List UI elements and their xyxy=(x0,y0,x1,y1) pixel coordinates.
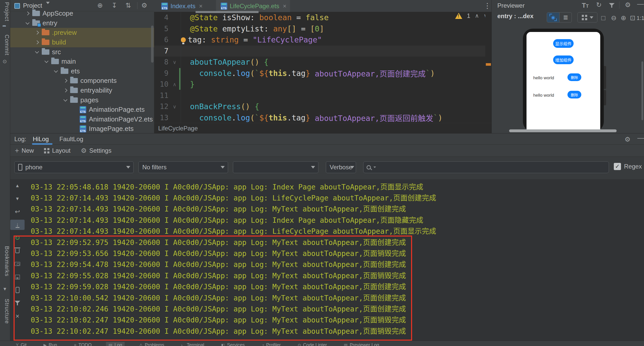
chevron-expanded-icon[interactable] xyxy=(33,48,41,56)
close-icon[interactable]: × xyxy=(10,311,25,321)
status-item-previewer-log[interactable]: ▥Previewer Log xyxy=(341,342,382,346)
log-line[interactable]: 03-13 22:10:00.542 19420-20600 I A0c0d0/… xyxy=(31,292,642,303)
prev-warning-icon[interactable]: ∧ xyxy=(475,13,479,19)
status-item-services[interactable]: ◧Services xyxy=(219,342,247,346)
log-line[interactable]: 03-13 22:09:55.028 19420-20600 I A0c0d0/… xyxy=(31,270,642,281)
log-line[interactable]: 03-13 22:09:59.028 19420-20600 I A0c0d0/… xyxy=(31,281,642,292)
fold-marker-icon[interactable]: ∧ xyxy=(168,81,181,87)
chevron-expanded-icon[interactable] xyxy=(24,19,31,27)
search-options-icon[interactable] xyxy=(373,166,376,168)
status-item-problems[interactable]: ⚠Problems xyxy=(136,342,167,346)
component-grid-button[interactable] xyxy=(577,12,597,23)
editor-tab-index-ets[interactable]: ETSIndex.ets× xyxy=(157,0,206,12)
zoom-out-icon[interactable]: ⊖ xyxy=(611,14,617,22)
tree-item-animationpage-ets[interactable]: ETSAnimationPage.ets xyxy=(10,105,154,115)
log-line[interactable]: 03-13 22:09:52.975 19420-20600 I A0c0d0/… xyxy=(31,236,642,247)
log-line[interactable]: 03-13 22:10:02.247 19420-20600 I A0c0d0/… xyxy=(31,325,642,336)
chevron-collapsed-icon[interactable] xyxy=(33,29,41,37)
code-line-8[interactable]: 8∨ aboutToAppear() { xyxy=(154,57,485,68)
phone-preview-screen[interactable]: 显示组件增加组件hello world删除hello world删除 xyxy=(527,32,600,131)
code-line-6[interactable]: 6tag: string = "LifeCyclePage" xyxy=(154,34,485,46)
log-line[interactable]: 03-13 22:10:02.247 19420-20600 I A0c0d0/… xyxy=(31,314,642,325)
code-line-7[interactable]: 7 xyxy=(154,46,485,57)
tree-item-build[interactable]: build xyxy=(10,38,154,47)
log-line[interactable]: 03-13 22:05:48.618 19420-20600 I A0c0d0/… xyxy=(31,181,642,192)
tree-item-components[interactable]: components xyxy=(10,76,154,86)
project-panel-title[interactable]: Project xyxy=(23,2,42,9)
scroll-to-end-icon[interactable]: ↓ xyxy=(10,220,25,230)
editor-tab-lifecyclepage-ets[interactable]: ETSLifeCyclePage.ets× xyxy=(216,0,290,12)
status-item-profiler[interactable]: ◔Profiler xyxy=(259,342,283,346)
tree-item-ets[interactable]: ets xyxy=(10,66,154,76)
log-output[interactable]: 03-13 22:05:48.618 19420-20600 I A0c0d0/… xyxy=(31,181,642,336)
tree-item-pages[interactable]: pages xyxy=(10,95,154,105)
code-line-11[interactable]: 11 xyxy=(154,90,485,101)
screenshot-icon[interactable] xyxy=(10,259,25,269)
filter-funnel-icon[interactable] xyxy=(609,2,615,10)
tree-item-imagepage-ets[interactable]: ETSImagePage.ets xyxy=(10,124,154,133)
chevron-expanded-icon[interactable] xyxy=(61,96,69,104)
preview-button-0[interactable]: 显示组件 xyxy=(553,39,574,48)
preview-delete-button[interactable]: 删除 xyxy=(567,73,581,81)
status-item-todo[interactable]: ≡TODO xyxy=(71,342,94,346)
log-line[interactable]: 03-13 22:07:14.493 19420-20600 I A0c0d0/… xyxy=(31,225,642,236)
hide-panel-icon[interactable]: — xyxy=(637,134,644,142)
gear-icon[interactable]: ⚙ xyxy=(625,1,631,9)
previewer-target-label[interactable]: entry : ...dex xyxy=(497,13,533,20)
new-log-button[interactable]: +New xyxy=(15,147,34,155)
code-line-12[interactable]: 12∨ onBackPress() { xyxy=(154,101,485,112)
stripe-item-project[interactable]: Project xyxy=(0,2,10,21)
commit-icon[interactable]: ⊙ xyxy=(3,58,7,64)
text-size-icon[interactable]: TT xyxy=(582,2,589,9)
tree-item-entry[interactable]: entry xyxy=(10,18,154,28)
chevron-expanded-icon[interactable] xyxy=(42,58,50,65)
code-line-13[interactable]: 13 console.log(`${this.tag} aboutToAppea… xyxy=(154,112,485,124)
tree-item-src[interactable]: src xyxy=(10,47,154,57)
device-filter-dropdown[interactable]: phone xyxy=(14,161,134,173)
editor-options-icon[interactable]: ⋮ xyxy=(484,2,491,10)
regex-toggle[interactable]: ✓ Regex xyxy=(614,163,642,170)
restart-icon[interactable]: ↻ xyxy=(10,233,25,243)
chevron-expanded-icon[interactable] xyxy=(52,67,60,75)
log-line[interactable]: 03-13 22:09:54.478 19420-20600 I A0c0d0/… xyxy=(31,259,642,270)
preview-delete-button[interactable]: 删除 xyxy=(567,91,581,98)
status-item-run[interactable]: ▶Run xyxy=(41,342,60,346)
tree-scrollbar[interactable] xyxy=(151,26,154,63)
layout-button[interactable]: Layout xyxy=(44,147,70,154)
layers-mode-button[interactable]: ≣ xyxy=(559,13,572,22)
locate-file-icon[interactable]: ⊕ xyxy=(97,2,103,9)
filter-preset-dropdown[interactable]: No filters xyxy=(138,161,228,173)
previewer-horizontal-scrollbar[interactable] xyxy=(509,129,617,132)
device-icon[interactable] xyxy=(10,285,25,295)
gear-icon[interactable]: ⚙ xyxy=(141,2,147,9)
tree-item-entryability[interactable]: entryability xyxy=(10,86,154,95)
clear-log-icon[interactable] xyxy=(10,246,25,256)
frame-select-icon[interactable]: □ xyxy=(601,14,605,22)
tree-item--preview[interactable]: .preview xyxy=(10,28,154,38)
fold-marker-icon[interactable]: ∨ xyxy=(168,59,181,65)
close-icon[interactable]: × xyxy=(283,3,286,10)
breadcrumb[interactable]: LifeCyclePage xyxy=(154,123,491,133)
settings-button[interactable]: ⚙Settings xyxy=(81,147,111,155)
log-search-box[interactable] xyxy=(363,161,609,173)
inspect-mode-button[interactable]: ◉ xyxy=(547,13,559,22)
fold-marker-icon[interactable]: ∨ xyxy=(168,104,181,110)
chevron-collapsed-icon[interactable] xyxy=(61,77,69,85)
gear-icon[interactable]: ⚙ xyxy=(625,136,630,143)
bookmark-icon[interactable]: ▼ xyxy=(3,286,7,292)
status-item-log[interactable]: ▤Log xyxy=(106,342,125,346)
zoom-in-icon[interactable]: ⊕ xyxy=(621,14,626,22)
warning-tick[interactable] xyxy=(486,63,491,66)
log-line[interactable]: 03-13 22:07:14.493 19420-20600 I A0c0d0/… xyxy=(31,203,642,214)
fit-screen-icon[interactable]: ⊡ xyxy=(630,14,636,22)
chevron-collapsed-icon[interactable] xyxy=(24,10,31,17)
tab-faultlog[interactable]: FaultLog xyxy=(59,136,83,143)
filter-funnel-icon[interactable] xyxy=(10,298,25,308)
intention-bulb-icon[interactable] xyxy=(181,37,186,42)
regex-checkbox[interactable]: ✓ xyxy=(614,163,621,170)
tree-item-main[interactable]: main xyxy=(10,57,154,66)
chevron-collapsed-icon[interactable] xyxy=(33,39,41,46)
stripe-item-commit[interactable]: Commit xyxy=(0,35,10,55)
stripe-item-bookmarks[interactable]: Bookmarks xyxy=(0,246,10,276)
status-item-terminal[interactable]: ›_Terminal xyxy=(179,342,207,346)
